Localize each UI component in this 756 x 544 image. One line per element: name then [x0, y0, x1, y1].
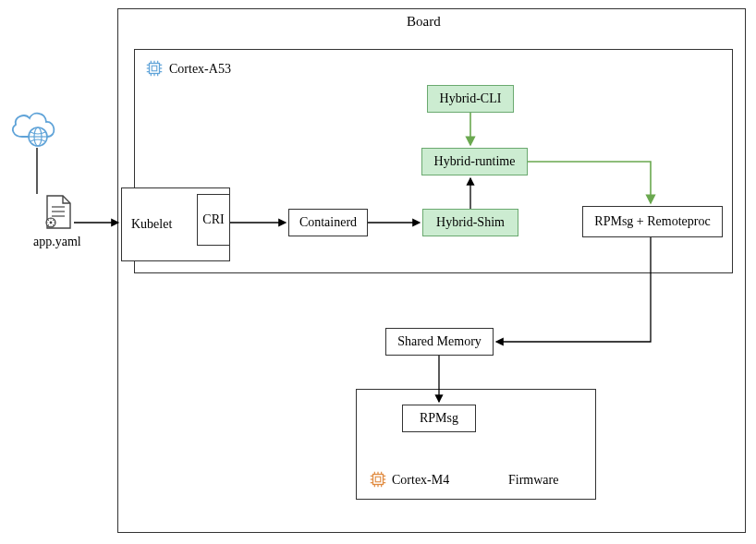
rpmsg-remoteproc-label: RPMsg + Remoteproc — [594, 214, 710, 229]
hybrid-shim-box: Hybrid-Shim — [422, 209, 518, 236]
svg-rect-14 — [373, 475, 384, 485]
cloud-globe-icon — [6, 105, 60, 153]
cpu-chip-icon — [368, 469, 388, 493]
hybrid-cli-label: Hybrid-CLI — [440, 91, 502, 106]
cortex-a53-label: Cortex-A53 — [169, 62, 231, 77]
rpmsg-label: RPMsg — [420, 411, 458, 426]
hybrid-runtime-box: Hybrid-runtime — [421, 148, 528, 175]
containerd-box: Containerd — [288, 209, 368, 236]
svg-point-35 — [50, 222, 53, 224]
board-title: Board — [407, 14, 441, 30]
hybrid-runtime-label: Hybrid-runtime — [434, 154, 516, 169]
containerd-label: Containerd — [299, 215, 357, 230]
app-yaml-label: app.yaml — [33, 235, 81, 249]
hybrid-cli-box: Hybrid-CLI — [427, 85, 514, 113]
shared-memory-box: Shared Memory — [385, 328, 494, 356]
svg-rect-0 — [150, 64, 160, 74]
kubelet-label: Kubelet — [131, 217, 172, 232]
rpmsg-remoteproc-box: RPMsg + Remoteproc — [582, 206, 723, 237]
yaml-file-icon — [43, 194, 74, 235]
firmware-label: Firmware — [508, 473, 558, 488]
cortex-m4-label: Cortex-M4 — [392, 473, 449, 488]
svg-rect-1 — [152, 66, 157, 71]
shared-memory-label: Shared Memory — [397, 334, 482, 349]
svg-rect-15 — [375, 477, 381, 482]
cri-label: CRI — [202, 212, 224, 227]
hybrid-shim-label: Hybrid-Shim — [436, 215, 505, 230]
cpu-chip-icon — [144, 58, 165, 82]
cri-box: CRI — [197, 194, 230, 246]
rpmsg-box: RPMsg — [402, 405, 476, 432]
